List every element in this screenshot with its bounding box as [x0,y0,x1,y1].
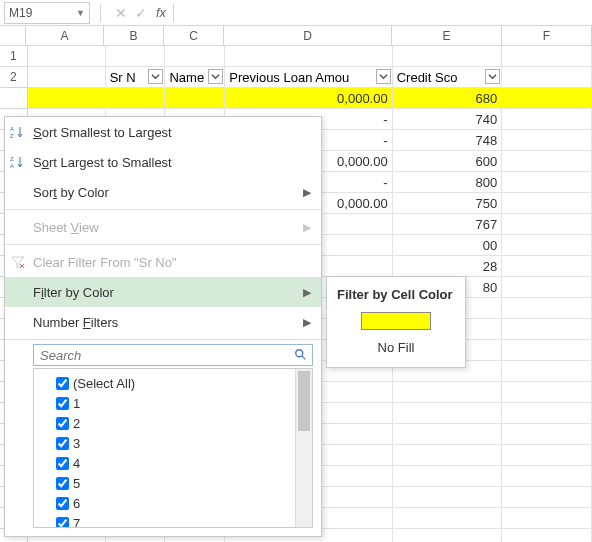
cell[interactable]: 800 [393,172,503,193]
col-header[interactable]: B [104,26,164,45]
col-header[interactable]: D [224,26,392,45]
cell[interactable] [393,46,503,67]
cell[interactable] [393,487,503,508]
cell[interactable] [502,508,592,529]
filter-by-color-item[interactable]: Filter by Color ▶ [5,277,321,307]
cell[interactable]: 680 [393,88,503,109]
cell[interactable]: Name [165,67,225,88]
cell[interactable] [502,298,592,319]
cell[interactable] [502,214,592,235]
checkbox[interactable] [56,417,69,430]
filter-dropdown-button[interactable] [485,69,500,84]
checklist-item[interactable]: 5 [34,473,312,493]
cell[interactable] [502,235,592,256]
row-header[interactable] [0,88,28,109]
cell[interactable]: 767 [393,214,503,235]
cell[interactable] [502,46,592,67]
cell[interactable] [502,151,592,172]
cell[interactable]: Credit Sco [393,67,503,88]
col-header[interactable]: A [26,26,104,45]
cell[interactable] [502,67,592,88]
checkbox[interactable] [56,517,69,529]
chevron-down-icon[interactable]: ▼ [76,8,85,18]
cell[interactable] [165,88,225,109]
row-header[interactable]: 1 [0,46,28,67]
cell[interactable] [502,403,592,424]
cell[interactable] [502,340,592,361]
sort-ascending-item[interactable]: AZ Sort Smallest to Largest [5,117,321,147]
scrollbar[interactable] [295,369,312,527]
cell[interactable]: 00 [393,235,503,256]
confirm-icon[interactable]: ✓ [131,5,151,21]
cell[interactable] [28,67,106,88]
cell[interactable] [106,46,166,67]
col-header[interactable]: E [392,26,502,45]
cell[interactable]: 740 [393,109,503,130]
cell[interactable]: 600 [393,151,503,172]
row-header[interactable]: 2 [0,67,28,88]
filter-checklist[interactable]: (Select All)1234567 [33,368,313,528]
cell[interactable] [225,46,392,67]
fx-icon[interactable]: fx [151,5,171,20]
cell[interactable] [106,88,166,109]
cell[interactable] [502,130,592,151]
cell[interactable] [502,109,592,130]
filter-dropdown-button[interactable] [376,69,391,84]
cell[interactable] [502,193,592,214]
checkbox[interactable] [56,497,69,510]
filter-dropdown-button[interactable] [208,69,223,84]
col-header[interactable]: C [164,26,224,45]
checklist-item[interactable]: 6 [34,493,312,513]
checklist-item[interactable]: 3 [34,433,312,453]
sort-descending-item[interactable]: ZA Sort Largest to Smallest [5,147,321,177]
checkbox[interactable] [56,477,69,490]
cell[interactable]: 750 [393,193,503,214]
cell[interactable] [502,445,592,466]
cell[interactable] [502,361,592,382]
checkbox[interactable] [56,377,69,390]
color-swatch-yellow[interactable] [361,312,431,330]
cancel-icon[interactable]: ✕ [111,5,131,21]
filter-dropdown-button[interactable] [148,69,163,84]
cell[interactable]: Previous Loan Amou [225,67,392,88]
sort-by-color-item[interactable]: Sort by Color ▶ [5,177,321,207]
cell[interactable] [393,424,503,445]
cell[interactable] [393,403,503,424]
cell[interactable] [502,256,592,277]
cell[interactable]: 748 [393,130,503,151]
checklist-item[interactable]: 7 [34,513,312,528]
checkbox[interactable] [56,397,69,410]
checklist-item[interactable]: (Select All) [34,373,312,393]
search-input[interactable] [38,347,294,364]
cell[interactable] [502,529,592,542]
cell[interactable]: 0,000.00 [225,88,392,109]
cell[interactable] [393,445,503,466]
col-header[interactable]: F [502,26,592,45]
select-all-corner[interactable] [0,26,26,45]
cell[interactable] [502,487,592,508]
cell[interactable] [393,382,503,403]
cell[interactable] [28,88,106,109]
checkbox[interactable] [56,457,69,470]
cell[interactable] [28,46,106,67]
cell[interactable] [502,424,592,445]
filter-search[interactable] [33,344,313,366]
cell[interactable] [165,46,225,67]
name-box[interactable]: M19 ▼ [4,2,90,24]
cell[interactable] [502,277,592,298]
cell[interactable] [502,88,592,109]
checkbox[interactable] [56,437,69,450]
cell[interactable] [502,319,592,340]
checklist-item[interactable]: 2 [34,413,312,433]
checklist-item[interactable]: 1 [34,393,312,413]
cell[interactable] [393,508,503,529]
cell[interactable] [502,382,592,403]
no-fill-option[interactable]: No Fill [327,338,465,357]
number-filters-item[interactable]: Number Filters ▶ [5,307,321,337]
cell[interactable]: 28 [393,256,503,277]
cell[interactable] [502,172,592,193]
cell[interactable] [502,466,592,487]
checklist-item[interactable]: 4 [34,453,312,473]
scrollbar-thumb[interactable] [298,371,310,431]
cell[interactable] [393,466,503,487]
